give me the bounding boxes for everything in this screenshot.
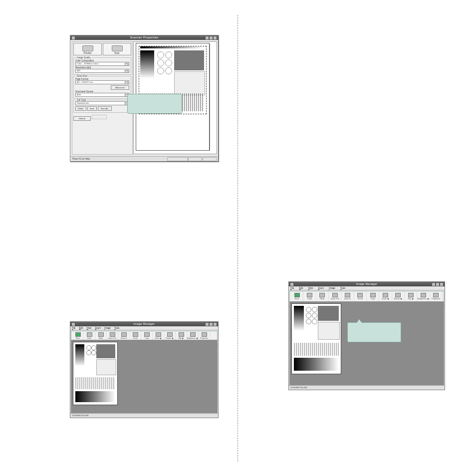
image-quality-group: Image Quality Color Composition Color – … [73,57,131,75]
im2-menubar[interactable]: File Edit View Zoom Image Tools [289,286,445,290]
tool-rotate[interactable]: Rotate [392,292,405,301]
preview-label: Preview [83,52,91,54]
tool-brightness[interactable]: Brightness [187,332,199,340]
page-column-divider [238,15,238,462]
menu-file[interactable]: File [72,327,75,329]
menu-view[interactable]: View [308,287,313,289]
tool-redo[interactable]: Redo [316,292,329,301]
redo-icon [98,332,104,337]
preview-button[interactable]: Preview [73,43,102,55]
docsrc-dropdown[interactable]: Auto [75,93,129,97]
tool-brightness[interactable]: Brightness [417,292,430,301]
tool-undo[interactable]: Undo [303,292,316,301]
delete-button[interactable]: Delete [75,106,86,111]
scanner-titlebar: Scanner Properties [70,35,218,40]
tool-crop[interactable]: Crop [141,332,153,340]
tool-zoomin[interactable]: Zoom In [341,292,354,301]
tool-save[interactable]: Save [291,292,303,301]
im1-document[interactable] [73,342,118,405]
tool-properties[interactable]: Properties [199,332,210,340]
tool-flip[interactable]: Flip [176,332,187,340]
tool-scale[interactable]: Scale [153,332,164,340]
default-button[interactable]: Default [73,116,91,121]
disabled-button [92,115,107,119]
menu-view[interactable]: View [87,327,92,329]
save-button[interactable]: Save [87,106,97,111]
maximize-icon[interactable] [209,322,213,326]
tool-zoomout[interactable]: Zoom Out [329,292,341,301]
window-menu-icon[interactable] [71,322,75,326]
resolution-dropdown[interactable]: 300 [75,69,129,73]
menu-zoom[interactable]: Zoom [95,327,101,329]
job-type-dropdown[interactable]: Standard Job [75,101,129,105]
im2-document[interactable] [291,303,341,374]
tool-crop[interactable]: Crop [367,292,379,301]
tool-zoomout[interactable]: Zoom Out [107,332,118,340]
close-icon[interactable] [213,36,217,40]
properties-icon [433,293,439,297]
crop-icon [144,332,150,337]
maximize-icon[interactable] [436,282,440,286]
menu-edit[interactable]: Edit [299,287,303,289]
save-icon [75,332,81,337]
tool-properties[interactable]: Properties [430,292,443,301]
saveas-button[interactable]: Save As... [98,106,112,111]
menu-tools[interactable]: Tools [114,327,120,329]
menu-file[interactable]: File [290,287,294,289]
tool-rotate[interactable]: Rotate [164,332,176,340]
brightness-icon [421,293,426,297]
window-menu-icon[interactable] [290,282,294,286]
maximize-icon[interactable] [209,36,213,40]
zoom-in-icon [121,332,127,337]
im2-canvas[interactable] [289,301,444,385]
im1-title: Image Manager [134,322,155,325]
tool-undo[interactable]: Undo [84,332,95,340]
tool-flip[interactable]: Flip [405,292,417,301]
imgq-title: Image Quality [76,56,92,59]
scanner-properties-window: Scanner Properties Preview Scan Image Qu… [70,35,219,162]
rotate-icon [167,332,173,337]
zoom-out-icon [332,293,338,297]
tool-zoomin[interactable]: Zoom In [118,332,130,340]
im2-title: Image Manager [356,282,377,285]
flip-icon [179,332,184,337]
menu-tools[interactable]: Tools [340,287,346,289]
redo-icon [319,293,325,297]
im1-menubar[interactable]: File Edit View Zoom Image Tools [70,326,218,330]
image-manager-window-2: Image Manager File Edit View Zoom Image … [288,281,445,390]
scan-area-group: Scan Area Page Format A4 – 210x297 mm Ad… [73,76,131,99]
menu-image[interactable]: Image [329,287,335,289]
image-manager-window-1: Image Manager File Edit View Zoom Image … [70,321,219,418]
scan-button[interactable]: Scan [103,43,131,55]
close-icon[interactable] [213,322,217,326]
scanner-title: Scanner Properties [130,36,159,39]
tool-redo[interactable]: Redo [95,332,107,340]
minimize-icon[interactable] [432,282,436,286]
scanner-statusbar: Press F1 for Help [70,156,218,161]
im2-callout [347,322,401,342]
properties-icon [202,332,207,337]
menu-image[interactable]: Image [104,327,111,329]
tool-scroll[interactable]: Scroll [130,332,141,340]
brightness-icon [190,332,196,337]
im2-titlebar: Image Manager [289,282,445,286]
minimize-icon[interactable] [205,36,209,40]
scale-icon [156,332,161,337]
advanced-button[interactable]: Advanced [111,85,129,90]
im1-canvas[interactable] [71,340,218,413]
close-icon[interactable] [440,282,444,286]
scanner-scan-icon [112,45,123,51]
scanner-callout [127,94,182,114]
tool-scale[interactable]: Scale [379,292,392,301]
window-menu-icon[interactable] [71,36,75,40]
menu-edit[interactable]: Edit [79,327,83,329]
color-dropdown[interactable]: Color – 16 Million Colors [75,62,129,66]
page-format-dropdown[interactable]: A4 – 210x297 mm [75,80,129,84]
tool-save[interactable]: Save [72,332,84,340]
minimize-icon[interactable] [205,322,209,326]
undo-icon [307,293,312,297]
tool-scroll[interactable]: Scroll [354,292,367,301]
menu-zoom[interactable]: Zoom [318,287,324,289]
im2-statusbar: 2478x3507/16-456 [289,385,445,390]
im2-toolbar: Save Undo Redo Zoom Out Zoom In Scroll C… [289,291,444,302]
